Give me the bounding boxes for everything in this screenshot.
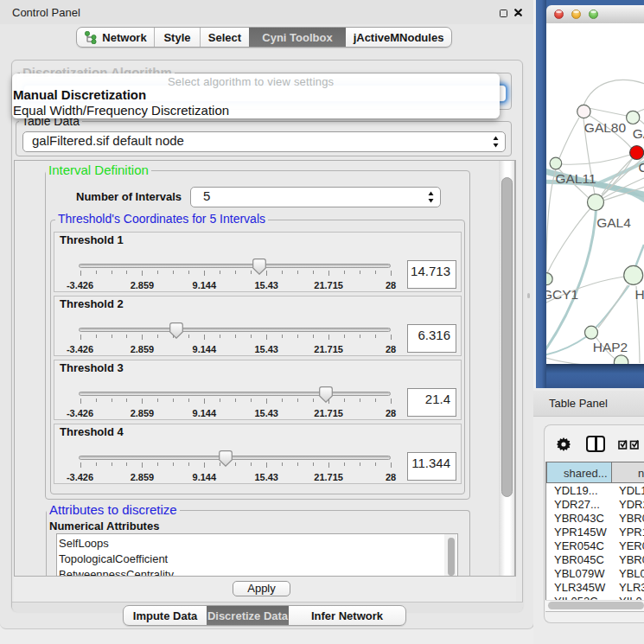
svg-text:GAL4: GAL4: [596, 215, 631, 230]
svg-text:C: C: [638, 160, 644, 175]
svg-text:H: H: [634, 287, 644, 302]
svg-text:GA: GA: [633, 126, 644, 141]
svg-text:GCY1: GCY1: [546, 287, 578, 302]
svg-text:GAL80: GAL80: [584, 120, 627, 135]
svg-text:HAP2: HAP2: [593, 340, 628, 354]
svg-text:GAL11: GAL11: [555, 171, 596, 186]
